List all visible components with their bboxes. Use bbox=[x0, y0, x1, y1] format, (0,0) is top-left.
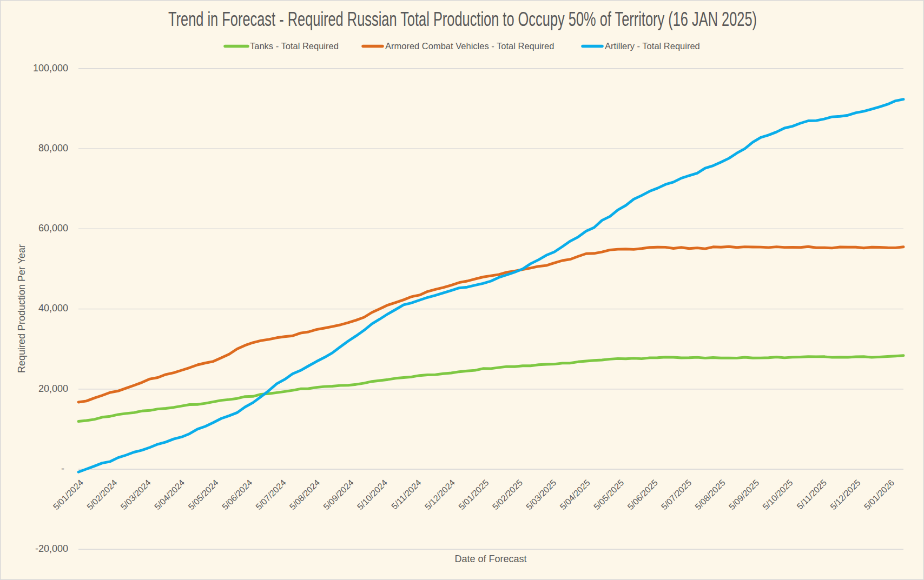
svg-text:Armored Combat Vehicles - Tota: Armored Combat Vehicles - Total Required bbox=[385, 41, 554, 51]
svg-text:Artillery - Total Required: Artillery - Total Required bbox=[605, 41, 700, 51]
svg-text:20,000: 20,000 bbox=[38, 383, 68, 394]
svg-text:Tanks - Total Required: Tanks - Total Required bbox=[250, 41, 339, 51]
svg-text:Date of Forecast: Date of Forecast bbox=[454, 554, 526, 564]
svg-text:Trend in Forecast - Required R: Trend in Forecast - Required Russian Tot… bbox=[168, 8, 757, 30]
svg-text:-20,000: -20,000 bbox=[35, 543, 68, 554]
svg-text:Required Production Per Year: Required Production Per Year bbox=[16, 244, 27, 373]
svg-text:40,000: 40,000 bbox=[38, 303, 68, 314]
svg-text:-: - bbox=[61, 463, 64, 474]
svg-text:80,000: 80,000 bbox=[38, 143, 68, 154]
svg-text:100,000: 100,000 bbox=[33, 63, 68, 74]
svg-text:60,000: 60,000 bbox=[38, 223, 68, 234]
